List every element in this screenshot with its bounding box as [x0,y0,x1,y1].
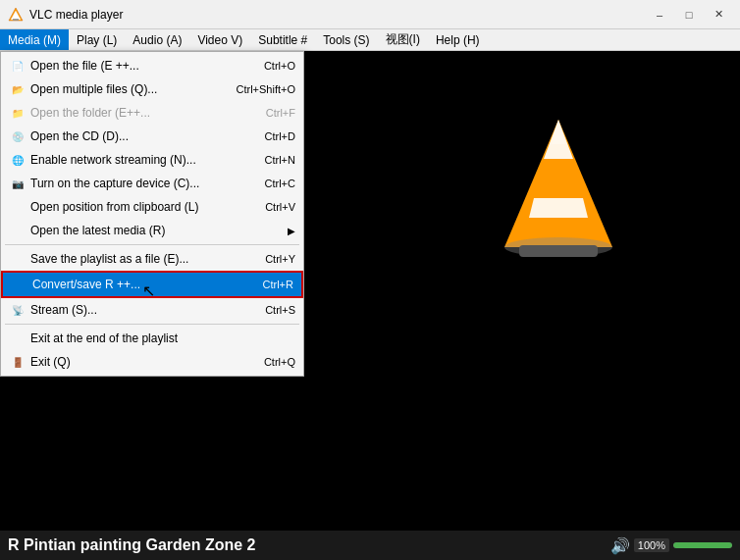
exit-icon: 🚪 [9,353,26,371]
save-icon [9,250,26,268]
convert-shortcut: Ctrl+R [243,279,293,290]
submenu-arrow: ▶ [288,226,295,236]
menu-open-multiple[interactable]: 📂 Open multiple files (Q)... Ctrl+Shift+… [1,77,303,101]
open-file-label: Open the file (E ++... [30,59,244,73]
exit-shortcut: Ctrl+Q [244,356,295,368]
disc-icon: 💿 [9,127,26,145]
separator-1 [5,244,299,245]
media-title: R Pintian painting Garden Zone 2 [8,536,607,554]
volume-percent: 100% [634,538,669,552]
volume-fill [673,542,732,548]
svg-marker-6 [529,198,588,218]
open-cd-label: Open the CD (D)... [30,129,245,143]
title-bar: VLC media player – □ ✕ [0,0,740,29]
close-button[interactable]: ✕ [705,5,732,25]
open-cd-shortcut: Ctrl+D [245,130,295,142]
menu-capture[interactable]: 📷 Turn on the capture device (C)... Ctrl… [1,172,303,195]
svg-rect-8 [519,245,598,257]
stream-icon: 📡 [9,301,26,319]
menu-view[interactable]: 视图(I) [378,29,428,50]
menu-convert[interactable]: Convert/save R ++... Ctrl+R [1,271,303,298]
menu-open-folder[interactable]: 📁 Open the folder (E++... Ctrl+F [1,101,303,125]
open-folder-label: Open the folder (E++... [30,106,246,120]
capture-shortcut: Ctrl+C [245,178,295,189]
files-icon: 📂 [9,80,26,98]
speaker-icon: 🔊 [610,536,630,555]
menu-open-cd[interactable]: 💿 Open the CD (D)... Ctrl+D [1,125,303,148]
network-icon: 🌐 [9,151,26,169]
bottom-bar: R Pintian painting Garden Zone 2 🔊 100% [0,531,740,560]
stream-label: Stream (S)... [30,303,245,317]
volume-bar[interactable] [673,542,732,548]
open-multiple-label: Open multiple files (Q)... [30,82,216,96]
capture-label: Turn on the capture device (C)... [30,177,245,190]
maximize-button[interactable]: □ [675,5,703,25]
vlc-logo [495,110,622,270]
latest-label: Open the latest media (R) [30,224,284,237]
open-multiple-shortcut: Ctrl+Shift+O [216,83,295,95]
file-icon: 📄 [9,57,26,75]
menu-exit-end[interactable]: Exit at the end of the playlist [1,327,303,350]
window-title: VLC media player [29,8,646,22]
menu-bar: Media (M) Play (L) Audio (A) Video V) Su… [0,29,740,51]
app-icon [8,7,24,23]
network-shortcut: Ctrl+N [245,154,295,166]
convert-label: Convert/save R ++... [32,278,243,291]
capture-icon: 📷 [9,175,26,192]
save-playlist-shortcut: Ctrl+Y [245,253,295,265]
latest-icon [9,222,26,239]
menu-play[interactable]: Play (L) [69,29,125,50]
network-label: Enable network streaming (N)... [30,153,245,167]
menu-position[interactable]: Open position from clipboard (L) Ctrl+V [1,195,303,219]
menu-audio[interactable]: Audio (A) [125,29,189,50]
clipboard-icon [9,198,26,216]
menu-stream[interactable]: 📡 Stream (S)... Ctrl+S [1,298,303,322]
media-dropdown: 📄 Open the file (E ++... Ctrl+O 📂 Open m… [0,51,304,377]
menu-help[interactable]: Help (H) [428,29,488,50]
menu-open-file[interactable]: 📄 Open the file (E ++... Ctrl+O [1,54,303,77]
stream-shortcut: Ctrl+S [245,304,295,316]
separator-2 [5,324,299,325]
save-playlist-label: Save the playlist as a file (E)... [30,252,245,266]
exit-label: Exit (Q) [30,355,244,369]
exit-end-label: Exit at the end of the playlist [30,331,276,345]
position-label: Open position from clipboard (L) [30,200,245,214]
folder-icon: 📁 [9,104,26,122]
open-file-shortcut: Ctrl+O [244,60,295,72]
minimize-button[interactable]: – [646,5,673,25]
menu-media[interactable]: Media (M) [0,29,69,50]
convert-icon [11,276,28,293]
exit-end-icon [9,330,26,347]
position-shortcut: Ctrl+V [245,201,295,213]
open-folder-shortcut: Ctrl+F [246,107,295,119]
menu-video[interactable]: Video V) [189,29,250,50]
menu-subtitle[interactable]: Subtitle # [250,29,315,50]
window-controls: – □ ✕ [646,5,732,25]
menu-network[interactable]: 🌐 Enable network streaming (N)... Ctrl+N [1,148,303,172]
menu-latest[interactable]: Open the latest media (R) ▶ [1,219,303,242]
menu-save-playlist[interactable]: Save the playlist as a file (E)... Ctrl+… [1,247,303,271]
menu-exit[interactable]: 🚪 Exit (Q) Ctrl+Q [1,350,303,374]
menu-tools[interactable]: Tools (S) [315,29,377,50]
